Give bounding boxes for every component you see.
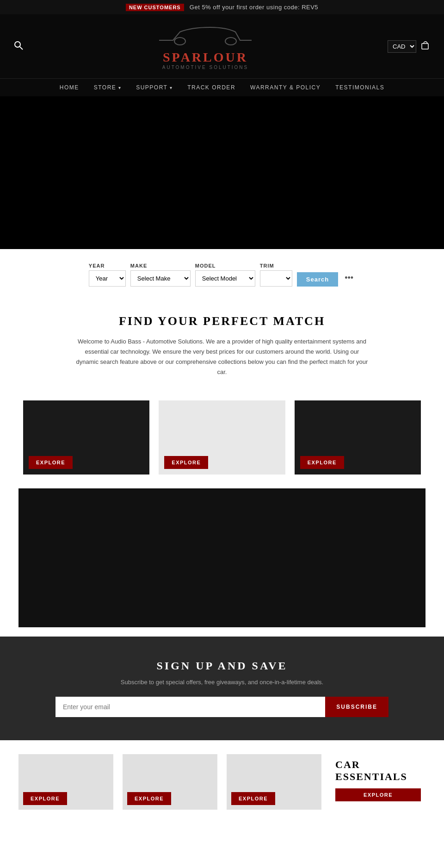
signup-title: SIGN UP AND SAVE	[46, 660, 398, 672]
bottom-explore-button-2[interactable]: EXPLORE	[127, 792, 171, 805]
year-select[interactable]: Year 2024 2023 2022 2021 2020	[89, 270, 126, 287]
svg-point-2	[174, 37, 185, 45]
essentials-explore-button[interactable]: EXPLORE	[335, 788, 421, 801]
svg-rect-4	[422, 44, 428, 49]
car-silhouette-icon	[154, 23, 256, 48]
trim-label: TRIM	[260, 263, 292, 269]
explore-button-2[interactable]: EXPLORE	[164, 456, 208, 469]
header: SPARLOUR AUTOMOTIVE SOLUTIONS CAD USD EU…	[0, 14, 444, 78]
vehicle-selector-inner: YEAR Year 2024 2023 2022 2021 2020 MAKE …	[89, 263, 355, 287]
bottom-card-2: EXPLORE	[123, 754, 217, 810]
nav-track-order[interactable]: TRACK ORDER	[187, 84, 235, 91]
svg-point-3	[225, 37, 236, 45]
subscribe-button[interactable]: SUBSCRIBE	[325, 697, 388, 717]
tagline: AUTOMOTIVE SOLUTIONS	[23, 65, 388, 70]
search-icon	[14, 41, 23, 50]
email-row: SUBSCRIBE	[56, 697, 388, 717]
bottom-card-3: EXPLORE	[227, 754, 321, 810]
essentials-title: CARESSENTIALS	[335, 759, 421, 783]
more-options-button[interactable]: •••	[343, 269, 355, 287]
find-section: FIND YOUR PERFECT MATCH Welcome to Audio…	[0, 296, 444, 391]
svg-point-0	[15, 42, 20, 47]
brand-name: SPARLOUR	[23, 50, 388, 65]
svg-line-1	[20, 47, 23, 50]
make-select[interactable]: Select Make Toyota Honda Ford BMW	[130, 270, 191, 287]
model-select[interactable]: Select Model	[195, 270, 255, 287]
year-selector-group: YEAR Year 2024 2023 2022 2021 2020	[89, 263, 126, 287]
main-nav: HOME STORE SUPPORT TRACK ORDER WARRANTY …	[0, 78, 444, 96]
explore-cards-row: EXPLORE EXPLORE EXPLORE	[0, 391, 444, 488]
header-left	[14, 41, 23, 52]
currency-selector[interactable]: CAD USD EUR GBP	[388, 40, 416, 53]
new-customers-badge: NEW CUSTOMERS	[126, 4, 184, 11]
vehicle-selector-section: YEAR Year 2024 2023 2022 2021 2020 MAKE …	[0, 249, 444, 296]
explore-button-3[interactable]: EXPLORE	[300, 456, 344, 469]
essentials-card: CARESSENTIALS EXPLORE	[331, 754, 426, 806]
search-button[interactable]	[14, 41, 23, 52]
banner-text: Get 5% off your first order using code: …	[190, 4, 318, 11]
vehicle-search-button[interactable]: Search	[297, 272, 338, 287]
bottom-cards: EXPLORE EXPLORE EXPLORE CARESSENTIALS EX…	[18, 754, 426, 810]
find-title: FIND YOUR PERFECT MATCH	[74, 314, 370, 328]
explore-button-1[interactable]: EXPLORE	[29, 456, 73, 469]
email-input[interactable]	[56, 697, 325, 717]
cart-button[interactable]	[420, 40, 430, 53]
large-banner	[18, 488, 426, 627]
model-label: MODEL	[195, 263, 255, 269]
footer-space	[0, 824, 444, 861]
make-label: MAKE	[130, 263, 191, 269]
nav-home[interactable]: HOME	[60, 84, 79, 91]
signup-section: SIGN UP AND SAVE Subscribe to get specia…	[0, 637, 444, 740]
logo: SPARLOUR AUTOMOTIVE SOLUTIONS	[23, 23, 388, 70]
explore-card-1: EXPLORE	[23, 400, 149, 475]
top-banner: NEW CUSTOMERS Get 5% off your first orde…	[0, 0, 444, 14]
nav-support[interactable]: SUPPORT	[136, 84, 173, 91]
bottom-explore-button-1[interactable]: EXPLORE	[23, 792, 67, 805]
trim-selector-group: TRIM	[260, 263, 292, 287]
find-description: Welcome to Audio Bass - Automotive Solut…	[74, 337, 370, 377]
header-right: CAD USD EUR GBP	[388, 40, 430, 53]
year-label: YEAR	[89, 263, 126, 269]
explore-card-3: EXPLORE	[295, 400, 421, 475]
nav-testimonials[interactable]: TESTIMONIALS	[335, 84, 384, 91]
nav-store[interactable]: STORE	[94, 84, 121, 91]
nav-warranty[interactable]: WARRANTY & POLICY	[250, 84, 321, 91]
bottom-explore-button-3[interactable]: EXPLORE	[231, 792, 275, 805]
explore-card-2: EXPLORE	[159, 400, 285, 475]
cart-icon	[420, 40, 430, 50]
model-selector-group: MODEL Select Model	[195, 263, 255, 287]
bottom-section: EXPLORE EXPLORE EXPLORE CARESSENTIALS EX…	[0, 740, 444, 824]
hero-section	[0, 96, 444, 249]
trim-select[interactable]	[260, 270, 292, 287]
make-selector-group: MAKE Select Make Toyota Honda Ford BMW	[130, 263, 191, 287]
bottom-card-1: EXPLORE	[18, 754, 113, 810]
signup-description: Subscribe to get special offers, free gi…	[46, 679, 398, 686]
